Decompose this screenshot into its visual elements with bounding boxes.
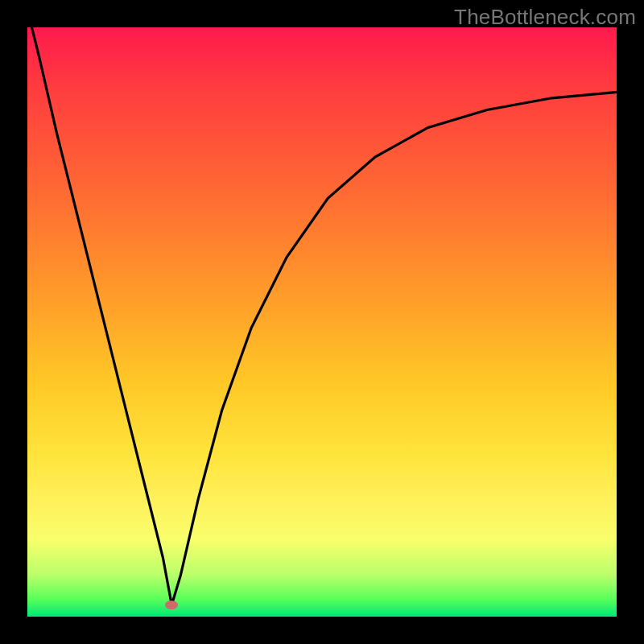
curve-svg	[27, 27, 617, 617]
plot-area	[27, 27, 617, 617]
chart-frame: TheBottleneck.com	[0, 0, 644, 644]
bottleneck-curve	[27, 10, 617, 605]
watermark-text: TheBottleneck.com	[454, 5, 636, 30]
